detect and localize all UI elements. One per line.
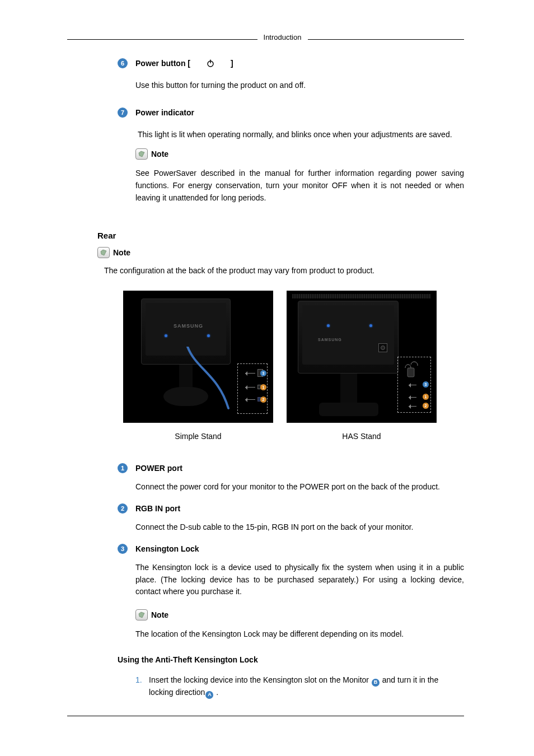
simple-stand-card: SAMSUNG 3 1 2 Simple Stand: [123, 291, 273, 441]
step-number: 1.: [135, 674, 149, 699]
list-item-port-1: 1 POWER port Connect the power cord for …: [101, 463, 464, 493]
list-item-6: 6 Power button [ ] Use this button for t…: [101, 58, 464, 92]
bullet-port-3: 3: [118, 544, 128, 554]
list-item-port-3: 3 Kensington Lock The Kensington lock is…: [101, 544, 464, 641]
footer-rule: [67, 716, 464, 716]
inline-marker-a: A: [205, 691, 213, 699]
bullet-7: 7: [118, 108, 128, 118]
rear-heading: Rear: [97, 231, 116, 240]
bullet-6: 6: [118, 58, 128, 68]
port-1-title: POWER port: [135, 463, 464, 473]
item-7-note-label: Note: [151, 150, 168, 158]
power-icon: [206, 59, 215, 68]
rear-note-label: Note: [113, 248, 130, 257]
item-6-title: Power button [: [135, 59, 190, 68]
simple-stand-image: SAMSUNG 3 1 2: [123, 291, 273, 423]
list-item-7: 7 Power indicator This light is lit when…: [101, 108, 464, 204]
rear-config-text: The configuration at the back of the pro…: [104, 266, 464, 275]
list-item-port-2: 2 RGB IN port Connect the D-sub cable to…: [101, 503, 464, 534]
simple-stand-caption: Simple Stand: [123, 432, 273, 441]
port-3-note-body: The location of the Kensington Lock may …: [135, 628, 464, 641]
port-1-body: Connect the power cord for your monitor …: [135, 481, 464, 493]
note-icon: [135, 609, 148, 620]
note-icon: [135, 148, 148, 160]
item-7-note: Note See PowerSaver described in the man…: [135, 148, 464, 204]
item-6-title-after: ]: [231, 59, 233, 68]
page-header: Introduction: [257, 33, 308, 41]
samsung-logo: SAMSUNG: [174, 323, 203, 329]
item-7-note-body: See PowerSaver described in the manual f…: [135, 167, 464, 204]
item-7-title: Power indicator: [135, 108, 464, 118]
item-6-title-row: Power button [ ]: [135, 58, 464, 68]
rear-heading-row: Rear: [97, 231, 464, 240]
inline-marker-b: B: [372, 679, 380, 687]
port-2-body: Connect the D-sub cable to the 15-pin, R…: [135, 521, 464, 534]
rear-note-row: Note: [97, 247, 464, 258]
has-stand-card: SAMSUNG 3 1: [287, 291, 437, 441]
port-2-title: RGB IN port: [135, 503, 464, 514]
bullet-port-2: 2: [118, 503, 128, 514]
port-3-title: Kensington Lock: [135, 544, 464, 554]
item-6-body: Use this button for turning the product …: [135, 80, 464, 92]
antitheft-heading: Using the Anti-Theft Kensington Lock: [118, 655, 464, 664]
product-images-row: SAMSUNG 3 1 2 Simple Stand: [123, 291, 464, 441]
step-text: Insert the locking device into the Kensi…: [149, 674, 464, 699]
bullet-port-1: 1: [118, 463, 128, 473]
item-7-body: This light is lit when operating normall…: [135, 129, 464, 141]
port-3-body: The Kensington lock is a device used to …: [135, 562, 464, 598]
note-icon: [97, 247, 110, 258]
kensington-lock-illustration: [403, 361, 420, 380]
has-stand-image: SAMSUNG 3 1: [287, 291, 437, 423]
port-3-note-label: Note: [151, 610, 168, 619]
has-stand-caption: HAS Stand: [287, 432, 437, 441]
port-3-note: Note The location of the Kensington Lock…: [135, 609, 464, 641]
samsung-logo: SAMSUNG: [318, 338, 342, 342]
svg-rect-2: [407, 368, 414, 377]
antitheft-step-1: 1. Insert the locking device into the Ke…: [135, 674, 464, 699]
